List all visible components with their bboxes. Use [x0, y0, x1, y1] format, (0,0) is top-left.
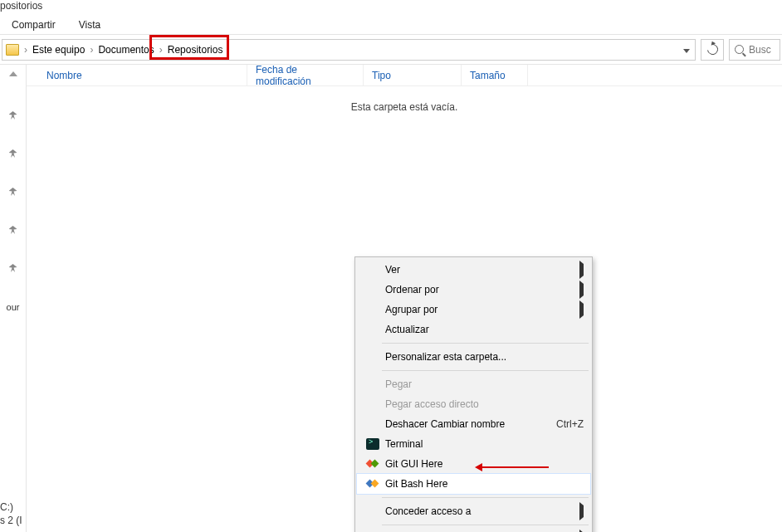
crumb-root[interactable]: Este equipo [29, 44, 88, 56]
ctx-separator [382, 370, 589, 371]
col-header-name[interactable]: Nombre [27, 65, 247, 85]
pin-icon [9, 188, 17, 196]
chevron-right-icon[interactable]: › [88, 44, 95, 56]
ctx-separator [382, 525, 589, 525]
ctx-view[interactable]: Ver [357, 260, 590, 280]
ctx-paste-shortcut: Pegar acceso directo [357, 394, 590, 414]
ctx-customize[interactable]: Personalizar esta carpeta... [357, 347, 590, 367]
search-icon [735, 45, 744, 54]
pin-icon [9, 111, 17, 120]
search-placeholder: Busc [749, 44, 771, 56]
nav-item-partial[interactable]: our [7, 302, 20, 312]
pin-icon [9, 226, 17, 234]
refresh-button[interactable] [701, 39, 724, 61]
address-bar-row: › Este equipo › Documentos › Repositorio… [0, 35, 782, 65]
nav-bottom-partials: C:) s 2 (I [0, 500, 27, 527]
ctx-paste: Pegar [357, 374, 590, 394]
chevron-right-icon [579, 505, 584, 517]
column-headers: Nombre Fecha de modificación Tipo Tamaño [27, 65, 782, 86]
ctx-terminal[interactable]: Terminal [357, 434, 590, 454]
chevron-right-icon [579, 304, 584, 315]
chevron-right-icon [579, 284, 584, 295]
ctx-separator [382, 497, 589, 498]
annotation-arrow [482, 466, 549, 468]
ribbon-tab-view[interactable]: Vista [79, 19, 100, 31]
ribbon-tabs: Compartir Vista [0, 15, 782, 35]
window-title: positorios [0, 0, 782, 15]
git-icon [367, 458, 379, 470]
nav-drive-c[interactable]: C:) [0, 500, 27, 514]
refresh-icon [705, 41, 720, 56]
chevron-up-icon[interactable] [9, 71, 17, 76]
ctx-refresh[interactable]: Actualizar [357, 320, 590, 339]
chevron-right-icon[interactable]: › [158, 44, 164, 56]
crumb-documents[interactable]: Documentos [95, 44, 157, 56]
col-header-modified[interactable]: Fecha de modificación [247, 65, 364, 85]
search-input[interactable]: Busc [729, 39, 780, 61]
ctx-group[interactable]: Agrupar por [357, 300, 590, 320]
empty-folder-message: Esta carpeta está vacía. [27, 86, 782, 113]
chevron-down-icon[interactable] [683, 44, 690, 56]
nav-pane: our [0, 65, 27, 532]
ribbon-tab-share[interactable]: Compartir [12, 19, 56, 31]
crumb-repositorios[interactable]: Repositorios [164, 44, 227, 56]
git-icon [367, 478, 379, 490]
pin-icon [9, 264, 17, 272]
context-menu: Ver Ordenar por Agrupar por Actualizar P… [354, 256, 593, 532]
col-header-size[interactable]: Tamaño [462, 65, 528, 85]
terminal-icon [366, 438, 379, 450]
ctx-new[interactable]: Nuevo [357, 529, 590, 532]
ctx-sort[interactable]: Ordenar por [357, 280, 590, 300]
breadcrumb-bar[interactable]: › Este equipo › Documentos › Repositorio… [2, 39, 696, 61]
ctx-git-gui[interactable]: Git GUI Here [357, 454, 590, 474]
folder-icon [6, 44, 19, 56]
ctx-git-bash[interactable]: Git Bash Here [357, 474, 590, 494]
ctx-undo-rename[interactable]: Deshacer Cambiar nombreCtrl+Z [357, 414, 590, 434]
nav-drive-2[interactable]: s 2 (I [0, 514, 27, 527]
col-header-type[interactable]: Tipo [364, 65, 462, 85]
pin-icon [9, 149, 17, 158]
ctx-separator [382, 343, 589, 344]
chevron-right-icon[interactable]: › [22, 44, 29, 56]
chevron-right-icon [579, 264, 584, 276]
ctx-grant-access[interactable]: Conceder acceso a [357, 501, 590, 521]
